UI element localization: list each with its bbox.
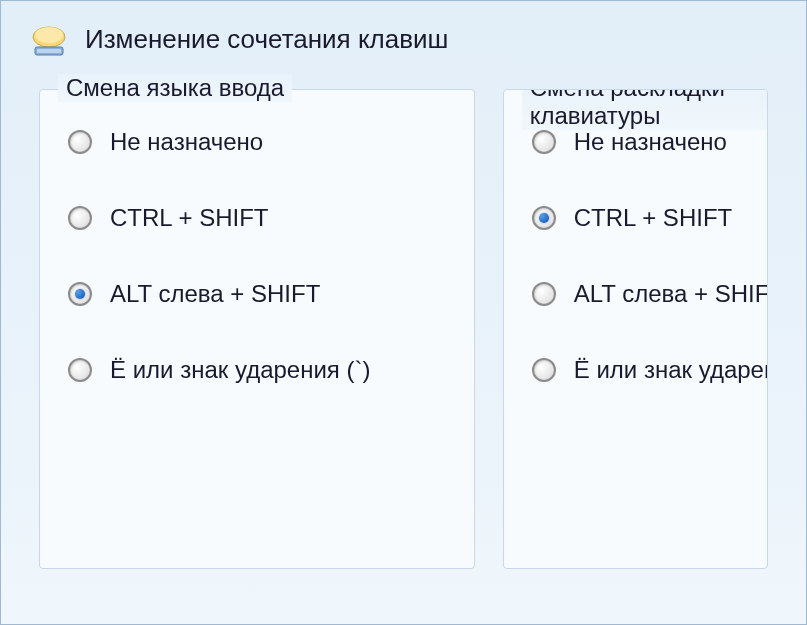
radio-button-icon [532, 358, 556, 382]
radio-option-alt-shift-2[interactable]: ALT слева + SHIFT [532, 280, 739, 308]
group-input-language: Смена языка ввода Не назначено CTRL + SH… [39, 89, 475, 569]
radio-option-not-assigned-2[interactable]: Не назначено [532, 128, 739, 156]
radio-option-not-assigned[interactable]: Не назначено [68, 128, 446, 156]
content-area: Смена языка ввода Не назначено CTRL + SH… [1, 89, 806, 569]
radio-option-alt-shift[interactable]: ALT слева + SHIFT [68, 280, 446, 308]
radio-label: CTRL + SHIFT [574, 204, 732, 232]
radio-label: ALT слева + SHIFT [574, 280, 768, 308]
radio-label: Не назначено [574, 128, 727, 156]
radio-option-ctrl-shift-2[interactable]: CTRL + SHIFT [532, 204, 739, 232]
group-title-input-language: Смена языка ввода [58, 74, 292, 102]
window-title: Изменение сочетания клавиш [85, 24, 448, 55]
keyboard-icon [29, 19, 69, 59]
radio-label: CTRL + SHIFT [110, 204, 268, 232]
radio-option-grave-accent[interactable]: Ё или знак ударения (`) [68, 356, 446, 384]
dialog-window: Изменение сочетания клавиш Смена языка в… [0, 0, 807, 625]
group-keyboard-layout: Смена раскладки клавиатуры Не назначено … [503, 89, 768, 569]
radio-list-input-language: Не назначено CTRL + SHIFT ALT слева + SH… [40, 90, 474, 452]
radio-button-icon [68, 130, 92, 154]
group-title-keyboard-layout: Смена раскладки клавиатуры [522, 89, 767, 130]
radio-button-icon [532, 282, 556, 306]
radio-button-icon [68, 282, 92, 306]
radio-option-grave-accent-2[interactable]: Ё или знак ударения (`) [532, 356, 739, 384]
radio-option-ctrl-shift[interactable]: CTRL + SHIFT [68, 204, 446, 232]
radio-label: Ё или знак ударения (`) [110, 356, 371, 384]
radio-button-icon [532, 130, 556, 154]
radio-list-keyboard-layout: Не назначено CTRL + SHIFT ALT слева + SH… [504, 90, 767, 452]
svg-point-1 [35, 27, 63, 43]
svg-rect-3 [37, 49, 61, 53]
radio-label: Ё или знак ударения (`) [574, 356, 768, 384]
radio-button-icon [532, 206, 556, 230]
radio-label: Не назначено [110, 128, 263, 156]
radio-button-icon [68, 358, 92, 382]
radio-label: ALT слева + SHIFT [110, 280, 320, 308]
radio-button-icon [68, 206, 92, 230]
